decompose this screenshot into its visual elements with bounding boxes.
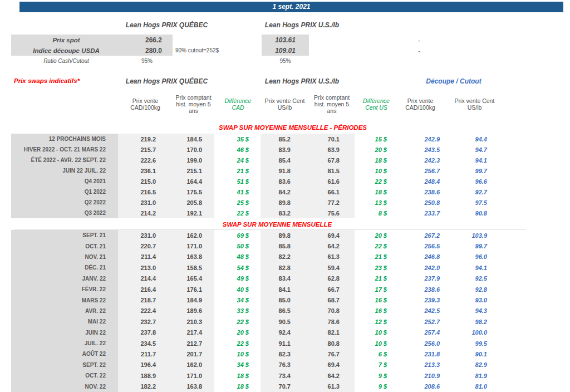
- cell-us-hist: 69.4: [309, 230, 355, 241]
- table-row: FÉVR. 22216.4176.140 $84.166.717 $238.69…: [11, 284, 498, 295]
- cell-qc-sell: 220.7: [118, 241, 173, 251]
- section-title-mensuelle: SWAP SUR MOYENNE MENSUELLE: [11, 221, 543, 228]
- cell-us-hist: 81.5: [309, 165, 355, 176]
- cell-us-sell: 89.8: [261, 230, 309, 241]
- cell-gap: [214, 134, 220, 144]
- cell-gap: [355, 155, 359, 165]
- cell-label: MARS 22: [11, 295, 118, 305]
- cell-gap: [394, 165, 398, 176]
- cell-gap: [355, 306, 359, 316]
- cell-diff-us: 10 $: [359, 165, 394, 176]
- prix-spot-label: Prix spot: [11, 35, 121, 45]
- cell-diff-us: 23 $: [359, 262, 394, 273]
- cell-gap: [443, 295, 451, 305]
- cell-qc-sell: 231.0: [118, 230, 173, 241]
- cell-label: FÉVR. 22: [11, 284, 118, 295]
- indice-decoupe-label: Indice découpe USDA: [11, 45, 121, 56]
- cell-gap: [214, 338, 220, 349]
- cell-diff-cad: 33 $: [220, 306, 256, 316]
- header-spacer: [11, 90, 118, 119]
- cell-gap: [443, 273, 451, 284]
- cell-diff-us: 9 $: [359, 370, 394, 381]
- cell-label: NOV. 22: [11, 381, 118, 391]
- table-row: JUIL. 22234.5212.722 $91.180.810 $256.09…: [11, 338, 498, 349]
- cell-us-hist: 77.2: [309, 197, 355, 208]
- cell-label: ÉTÉ 2022 - AVR. 22 SEPT. 22: [11, 155, 118, 165]
- cell-us-sell: 89.8: [261, 197, 309, 208]
- cell-gap: [355, 327, 359, 338]
- header-us-sell: Prix vente Cent US/lb: [261, 90, 309, 119]
- prix-spot-us-value: 103.61: [262, 35, 309, 45]
- cell-gap: [443, 187, 451, 197]
- cell-us-hist: 70.8: [309, 306, 355, 316]
- cell-cut-us: 81.9: [451, 370, 498, 381]
- cell-gap: [443, 134, 451, 144]
- cell-gap: [214, 187, 220, 197]
- cell-cut-us: 93.0: [451, 295, 498, 305]
- cell-gap: [256, 284, 261, 295]
- cell-gap: [355, 284, 359, 295]
- cell-gap: [394, 338, 398, 349]
- cell-label: HIVER 2022 - OCT. 21 MARS 22: [11, 144, 118, 155]
- cell-us-sell: 83.4: [261, 273, 309, 284]
- cell-gap: [355, 176, 359, 187]
- cell-gap: [256, 187, 261, 197]
- cell-gap: [355, 273, 359, 284]
- cell-label: SEPT. 22: [11, 360, 118, 370]
- header-cutout-us: Prix vente Cent US/lb: [451, 90, 498, 119]
- cell-qc-sell: 231.0: [118, 197, 173, 208]
- cell-gap: [256, 176, 261, 187]
- table-row: Q1 2022216.5175.541 $84.266.118 $238.692…: [11, 187, 498, 197]
- cell-diff-cad: 34 $: [220, 360, 256, 370]
- table-row: JANV. 22214.4165.449 $83.462.821 $237.99…: [11, 273, 498, 284]
- swaps-title: Prix swaps indicatifs*: [14, 77, 80, 84]
- table-row: OCT. 21220.7171.050 $85.864.222 $256.599…: [11, 241, 498, 251]
- cell-gap: [443, 230, 451, 241]
- cell-diff-us: 22 $: [359, 176, 394, 187]
- cell-cut-us: 94.7: [451, 144, 498, 155]
- cell-qc-hist: 170.0: [173, 144, 214, 155]
- cell-diff-cad: 41 $: [220, 187, 256, 197]
- cell-qc-sell: 213.0: [118, 262, 173, 273]
- cell-gap: [394, 187, 398, 197]
- cell-us-hist: 64.2: [309, 370, 355, 381]
- cell-us-hist: 78.6: [309, 316, 355, 327]
- cell-us-sell: 83.2: [261, 208, 309, 218]
- cell-qc-sell: 222.4: [118, 306, 173, 316]
- cell-us-hist: 59.4: [309, 262, 355, 273]
- cell-gap: [443, 316, 451, 327]
- cell-qc-hist: 158.5: [173, 262, 214, 273]
- cell-gap: [256, 134, 261, 144]
- cell-gap: [355, 349, 359, 359]
- cell-gap: [214, 208, 220, 218]
- cell-gap: [394, 208, 398, 218]
- cell-cut-cad: 239.3: [398, 295, 443, 305]
- cell-gap: [355, 262, 359, 273]
- cell-diff-cad: 18 $: [220, 381, 256, 391]
- cell-gap: [394, 230, 398, 241]
- cell-diff-us: 13 $: [359, 197, 394, 208]
- cell-qc-sell: 218.7: [118, 295, 173, 305]
- cell-gap: [256, 370, 261, 381]
- swap-table-periodes: 12 PROCHAINS MOIS219.2184.535 $85.270.11…: [11, 134, 498, 218]
- table-row: JUIN 22 JUIL. 22236.1215.121 $91.881.510…: [11, 165, 498, 176]
- price-report-page: 1 sept. 2021 Lean Hogs PRIX QUÉBEC Lean …: [0, 0, 570, 392]
- table-row: 12 PROCHAINS MOIS219.2184.535 $85.270.11…: [11, 134, 498, 144]
- cell-gap: [214, 165, 220, 176]
- prix-spot-dash: -: [397, 35, 441, 45]
- cell-cut-cad: 238.6: [398, 187, 443, 197]
- cell-gap: [256, 306, 261, 316]
- ratio-qc-value: 95%: [121, 56, 173, 65]
- cell-label: AOÛT 22: [11, 349, 118, 359]
- cell-cut-cad: 252.7: [398, 316, 443, 327]
- cell-label: OCT. 22: [11, 370, 118, 381]
- cell-cut-us: 90.1: [451, 349, 498, 359]
- cell-us-sell: 85.2: [261, 134, 309, 144]
- cell-cut-cad: 257.4: [398, 327, 443, 338]
- cell-us-hist: 70.1: [309, 134, 355, 144]
- cell-diff-cad: 46 $: [220, 144, 256, 155]
- cell-qc-hist: 163.8: [173, 252, 214, 262]
- header-gap: [355, 90, 359, 119]
- cell-gap: [355, 381, 359, 391]
- cell-us-sell: 91.1: [261, 338, 309, 349]
